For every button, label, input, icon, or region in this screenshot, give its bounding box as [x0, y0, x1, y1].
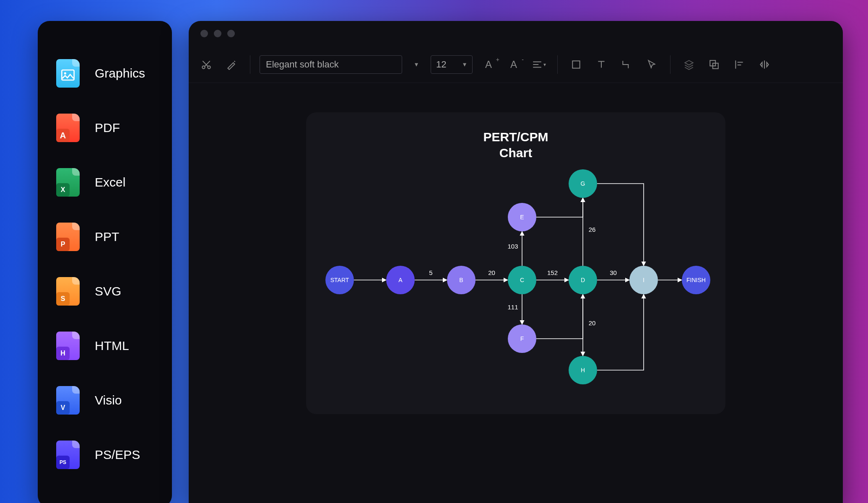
node-label-A: A: [398, 277, 403, 283]
edge-H-I[interactable]: [597, 294, 644, 370]
decrease-font-button[interactable]: A-: [504, 55, 523, 74]
graphics-icon: [56, 59, 80, 88]
node-label-START: START: [330, 277, 349, 283]
node-label-G: G: [581, 180, 585, 187]
edge-F-D[interactable]: [536, 294, 583, 339]
edge-label: 20: [589, 319, 596, 327]
shape-button[interactable]: [567, 55, 585, 74]
format-painter-button[interactable]: [222, 55, 241, 74]
connector-button[interactable]: [617, 55, 636, 74]
font-family-dropdown-icon[interactable]: ▾: [409, 55, 424, 74]
node-label-I: I: [643, 277, 645, 283]
svg-point-1: [64, 72, 66, 74]
svg-icon: S: [56, 277, 80, 306]
text-button[interactable]: [592, 55, 611, 74]
edge-label: 103: [507, 243, 518, 250]
node-label-FINISH: FINISH: [686, 277, 706, 283]
flip-button[interactable]: [755, 55, 774, 74]
node-label-B: B: [459, 277, 463, 283]
toolbar: Elegant soft black ▾ 12 ▾ A+ A- ▾: [189, 46, 843, 83]
node-label-F: F: [520, 335, 524, 342]
pointer-button[interactable]: [642, 55, 661, 74]
edge-label: 26: [589, 226, 596, 233]
toolbar-separator: [670, 55, 670, 74]
html-icon: H: [56, 332, 80, 360]
font-size-value: 12: [431, 59, 457, 70]
sidebar-item-svg[interactable]: SSVG: [38, 264, 172, 319]
ps-icon: PS: [56, 441, 80, 469]
node-label-D: D: [581, 277, 585, 283]
toolbar-separator: [250, 55, 250, 74]
font-family-select[interactable]: Elegant soft black: [260, 55, 402, 74]
canvas[interactable]: PERT/CPMChart 520152301031112620STARTABC…: [189, 83, 843, 414]
align-button[interactable]: ▾: [530, 55, 548, 74]
sidebar-item-ppt[interactable]: PPPT: [38, 210, 172, 264]
edge-label: 5: [429, 269, 432, 276]
sidebar-item-label: Graphics: [95, 66, 145, 80]
ppt-icon: P: [56, 223, 80, 251]
node-label-C: C: [520, 277, 524, 283]
traffic-light-close[interactable]: [200, 30, 208, 37]
cut-button[interactable]: [197, 55, 216, 74]
sidebar-item-html[interactable]: HHTML: [38, 319, 172, 373]
pdf-icon: A: [56, 114, 80, 142]
sidebar-item-pdf[interactable]: APDF: [38, 101, 172, 155]
pert-diagram[interactable]: 520152301031112620STARTABCDEFGHIFINISH: [306, 112, 725, 414]
visio-icon: V: [56, 386, 80, 415]
sidebar-item-ps[interactable]: PSPS/EPS: [38, 428, 172, 482]
edge-label: 30: [610, 269, 617, 276]
layers-button[interactable]: [680, 55, 698, 74]
edge-label: 20: [488, 269, 495, 276]
sidebar-item-graphics[interactable]: Graphics: [38, 46, 172, 101]
sidebar-item-label: HTML: [95, 339, 129, 353]
sidebar-item-label: PS/EPS: [95, 448, 140, 462]
pert-chart-card[interactable]: PERT/CPMChart 520152301031112620STARTABC…: [306, 112, 725, 414]
node-label-H: H: [581, 367, 585, 373]
edge-label: 111: [507, 303, 518, 311]
sidebar-item-label: SVG: [95, 284, 121, 298]
sidebar-item-label: Excel: [95, 175, 125, 189]
sidebar-item-visio[interactable]: VVisio: [38, 373, 172, 428]
increase-font-button[interactable]: A+: [479, 55, 498, 74]
sidebar-item-excel[interactable]: XExcel: [38, 155, 172, 210]
font-size-dropdown-icon: ▾: [457, 55, 472, 74]
svg-point-2: [202, 66, 205, 69]
align-left-button[interactable]: [730, 55, 748, 74]
svg-rect-0: [62, 70, 74, 80]
svg-point-3: [208, 66, 211, 69]
app-window: Elegant soft black ▾ 12 ▾ A+ A- ▾: [189, 21, 843, 503]
font-family-value: Elegant soft black: [260, 59, 402, 70]
traffic-light-minimize[interactable]: [214, 30, 221, 37]
edge-label: 152: [547, 269, 558, 276]
window-titlebar: [189, 21, 843, 46]
toolbar-separator: [557, 55, 558, 74]
sidebar-item-label: PDF: [95, 121, 120, 135]
excel-icon: X: [56, 168, 80, 197]
edge-E-G[interactable]: [536, 198, 583, 217]
export-sidebar: GraphicsAPDFXExcelPPPTSSVGHHTMLVVisioPSP…: [38, 21, 172, 503]
sidebar-item-label: PPT: [95, 230, 119, 244]
traffic-light-zoom[interactable]: [227, 30, 235, 37]
svg-rect-4: [572, 61, 580, 68]
sidebar-item-label: Visio: [95, 393, 122, 407]
group-button[interactable]: [705, 55, 723, 74]
edge-G-I[interactable]: [597, 184, 644, 266]
node-label-E: E: [520, 214, 524, 220]
font-size-select[interactable]: 12 ▾: [431, 55, 473, 74]
